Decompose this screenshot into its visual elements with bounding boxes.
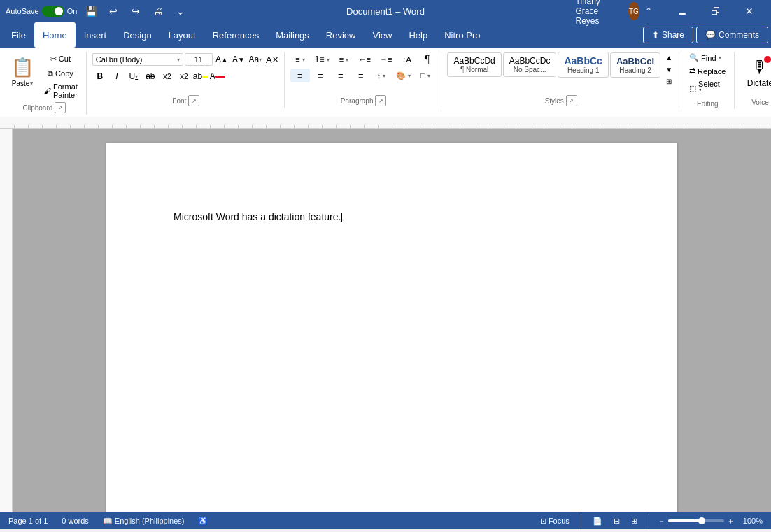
page-count[interactable]: Page 1 of 1 bbox=[6, 515, 50, 526]
menu-design[interactable]: Design bbox=[115, 22, 160, 48]
font-name-selector[interactable]: Calibri (Body) ▾ bbox=[92, 53, 183, 66]
menu-help[interactable]: Help bbox=[400, 22, 436, 48]
document-area[interactable]: Microsoft Word has a dictation feature. bbox=[13, 129, 771, 512]
align-left-button[interactable]: ≡ bbox=[290, 69, 310, 82]
font-size-selector[interactable]: 11 bbox=[185, 53, 213, 66]
bullets-icon: ≡ bbox=[295, 55, 299, 64]
paste-icon: 📋 bbox=[11, 57, 34, 78]
web-layout-button[interactable]: ⊟ bbox=[611, 515, 623, 527]
menu-file[interactable]: File bbox=[3, 22, 34, 48]
menu-view[interactable]: View bbox=[364, 22, 400, 48]
autosave-toggle[interactable]: AutoSave On bbox=[6, 6, 77, 17]
ribbon-display-icon[interactable]: ⌃ bbox=[645, 6, 652, 16]
menu-layout[interactable]: Layout bbox=[160, 22, 204, 48]
close-button[interactable]: ✕ bbox=[733, 0, 765, 22]
main-area: Microsoft Word has a dictation feature. bbox=[0, 129, 771, 512]
minimize-button[interactable]: 🗕 bbox=[666, 0, 698, 22]
subscript-button[interactable]: x2 bbox=[160, 69, 175, 84]
font-color-button[interactable]: A bbox=[210, 69, 225, 84]
redo-icon[interactable]: ↪ bbox=[126, 1, 146, 21]
vertical-ruler bbox=[0, 129, 13, 512]
styles-more[interactable]: ⊞ bbox=[663, 76, 674, 87]
numbering-button[interactable]: 1≡ ▾ bbox=[311, 52, 334, 66]
undo-icon[interactable]: ↩ bbox=[104, 1, 123, 21]
justify-button[interactable]: ≡ bbox=[351, 69, 371, 82]
style-heading2[interactable]: AaBbCcI Heading 2 bbox=[610, 52, 660, 78]
zoom-thumb[interactable] bbox=[698, 517, 705, 524]
find-dropdown: ▾ bbox=[719, 55, 721, 61]
decrease-indent-button[interactable]: ←≡ bbox=[355, 52, 375, 66]
font-top-row: Calibri (Body) ▾ 11 A▲ A▼ Aa▾ A✕ bbox=[92, 52, 280, 67]
highlight-color-button[interactable]: ab bbox=[193, 69, 208, 84]
language-status[interactable]: 📖 English (Philippines) bbox=[100, 515, 188, 527]
sort-button[interactable]: ↕A bbox=[397, 52, 416, 66]
menu-bar: File Home Insert Design Layout Reference… bbox=[0, 22, 771, 48]
restore-button[interactable]: 🗗 bbox=[700, 0, 732, 22]
decrease-font-button[interactable]: A▼ bbox=[231, 52, 246, 67]
focus-button[interactable]: ⊡ Focus bbox=[537, 515, 572, 527]
bullets-button[interactable]: ≡ ▾ bbox=[290, 52, 310, 66]
borders-button[interactable]: □ ▾ bbox=[416, 69, 435, 82]
strikethrough-button[interactable]: ab bbox=[143, 69, 158, 84]
align-right-button[interactable]: ≡ bbox=[331, 69, 351, 82]
user-avatar[interactable]: TG bbox=[628, 2, 639, 20]
zoom-out-button[interactable]: － bbox=[658, 516, 665, 526]
more-icon[interactable]: ⌄ bbox=[171, 1, 190, 21]
autosave-switch[interactable] bbox=[42, 6, 64, 17]
styles-expand[interactable]: ↗ bbox=[566, 95, 577, 106]
menu-references[interactable]: References bbox=[204, 22, 267, 48]
copy-button[interactable]: ⧉ Copy bbox=[39, 66, 82, 80]
dictate-icon-container: 🎙 bbox=[749, 56, 771, 78]
styles-scroll-up[interactable]: ▲ bbox=[663, 52, 674, 63]
document-content[interactable]: Microsoft Word has a dictation feature. bbox=[174, 210, 610, 419]
styles-scroll-down[interactable]: ▼ bbox=[663, 64, 674, 75]
style-no-spacing-label: No Spac... bbox=[509, 66, 551, 73]
format-painter-button[interactable]: 🖌 Format Painter bbox=[39, 81, 82, 101]
zoom-level[interactable]: 100% bbox=[740, 515, 765, 526]
pilcrow-button[interactable]: ¶ bbox=[417, 52, 437, 67]
save-icon[interactable]: 💾 bbox=[81, 1, 101, 21]
ribbon-content: 📋 Paste ▾ ✂ Cut ⧉ Copy bbox=[0, 50, 771, 116]
style-no-spacing[interactable]: AaBbCcDc No Spac... bbox=[503, 52, 557, 77]
align-center-button[interactable]: ≡ bbox=[311, 69, 330, 82]
find-button[interactable]: 🔍 Find ▾ bbox=[685, 52, 730, 64]
dictate-button[interactable]: 🎙 Dictate bbox=[740, 52, 771, 92]
menu-mailings[interactable]: Mailings bbox=[267, 22, 318, 48]
increase-indent-button[interactable]: →≡ bbox=[376, 52, 396, 66]
style-heading2-label: Heading 2 bbox=[616, 66, 654, 74]
font-expand[interactable]: ↗ bbox=[188, 95, 199, 106]
increase-font-button[interactable]: A▲ bbox=[214, 52, 229, 67]
menu-review[interactable]: Review bbox=[318, 22, 365, 48]
menu-home[interactable]: Home bbox=[34, 22, 76, 48]
status-separator-2 bbox=[649, 514, 649, 528]
print-icon[interactable]: 🖨 bbox=[148, 1, 168, 21]
comments-button[interactable]: 💬 Comments bbox=[696, 27, 768, 43]
clipboard-expand[interactable]: ↗ bbox=[55, 102, 66, 113]
style-heading1[interactable]: AaBbCc Heading 1 bbox=[558, 52, 608, 78]
replace-button[interactable]: ⇄ Replace bbox=[685, 65, 730, 77]
italic-button[interactable]: I bbox=[109, 69, 125, 84]
bold-button[interactable]: B bbox=[92, 69, 108, 84]
zoom-in-button[interactable]: ＋ bbox=[727, 516, 735, 526]
line-spacing-button[interactable]: ↕ ▾ bbox=[372, 69, 391, 82]
clear-format-button[interactable]: A✕ bbox=[264, 52, 280, 67]
word-count[interactable]: 0 words bbox=[59, 515, 92, 526]
accessibility-status[interactable]: ♿ bbox=[195, 515, 211, 527]
print-layout-button[interactable]: 📄 bbox=[590, 515, 605, 527]
paste-button[interactable]: 📋 Paste ▾ bbox=[7, 52, 38, 92]
superscript-button[interactable]: x2 bbox=[176, 69, 192, 84]
menu-insert[interactable]: Insert bbox=[76, 22, 115, 48]
editing-label: Editing bbox=[697, 100, 719, 108]
shading-button[interactable]: 🎨 ▾ bbox=[392, 69, 415, 82]
zoom-slider[interactable]: － ＋ bbox=[658, 516, 735, 526]
multilevel-button[interactable]: ≡ ▾ bbox=[334, 52, 354, 66]
cut-button[interactable]: ✂ Cut bbox=[39, 52, 82, 66]
style-normal[interactable]: AaBbCcDd ¶ Normal bbox=[447, 52, 501, 77]
share-button[interactable]: ⬆ Share bbox=[643, 27, 693, 43]
paragraph-expand[interactable]: ↗ bbox=[375, 95, 386, 106]
change-case-button[interactable]: Aa▾ bbox=[248, 52, 263, 67]
read-mode-button[interactable]: ⊞ bbox=[628, 515, 640, 527]
underline-button[interactable]: U▾ bbox=[126, 69, 141, 84]
menu-nitro[interactable]: Nitro Pro bbox=[436, 22, 488, 48]
select-button[interactable]: ⬚ Select ˅ bbox=[685, 78, 730, 99]
